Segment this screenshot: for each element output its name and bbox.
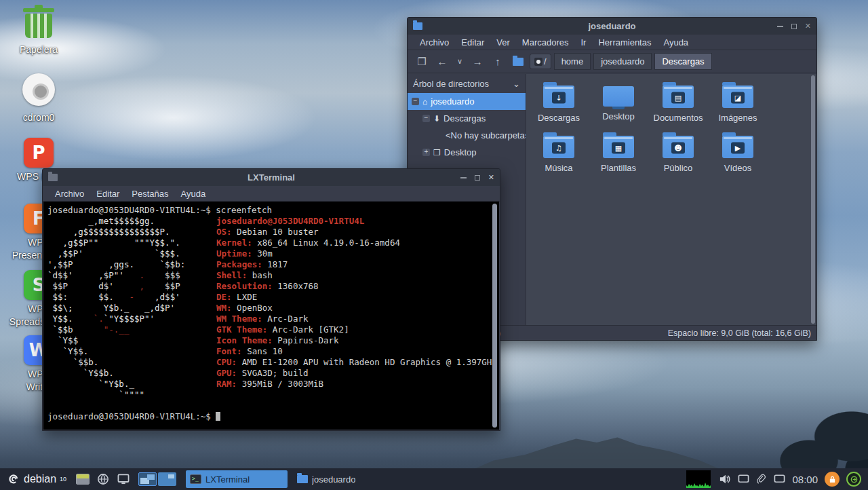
- breadcrumb-Descargas[interactable]: Descargas: [654, 53, 711, 70]
- maximize-button[interactable]: [791, 24, 797, 29]
- tree-item-joseduardo[interactable]: −⌂joseduardo: [408, 93, 526, 110]
- collapse-icon[interactable]: −: [412, 98, 419, 105]
- root-path-button[interactable]: /: [530, 54, 551, 69]
- file-item-desktop[interactable]: Desktop: [589, 79, 648, 130]
- breadcrumb-home[interactable]: home: [554, 53, 591, 70]
- minimize-button[interactable]: [777, 26, 783, 27]
- terminal-menu-pestañas[interactable]: Pestañas: [126, 187, 174, 200]
- forward-button[interactable]: →: [469, 53, 486, 71]
- person-emblem: ☻: [671, 143, 685, 154]
- web-browser-launcher[interactable]: [95, 471, 111, 487]
- download-emblem: ↓: [552, 92, 566, 104]
- system-tray: 08:00: [715, 472, 865, 487]
- terminal-menu-ayuda[interactable]: Ayuda: [176, 187, 212, 200]
- tree-item-label: joseduardo: [431, 96, 474, 107]
- file-item-label: Descargas: [538, 113, 580, 123]
- fm-titlebar[interactable]: joseduardo ✕: [408, 18, 816, 35]
- volume-icon[interactable]: [719, 474, 731, 485]
- fm-menu-ayuda[interactable]: Ayuda: [658, 36, 694, 49]
- folder-icon: ▦: [603, 136, 634, 158]
- folder-icon: ◪: [722, 86, 753, 108]
- tree-item-Nohaysubcarpetas[interactable]: <No hay subcarpetas>: [408, 127, 526, 144]
- terminal-menu-archivo[interactable]: Archivo: [50, 187, 90, 200]
- history-chevron-button[interactable]: ∨: [454, 53, 466, 71]
- folder-icon: ☻: [663, 136, 694, 158]
- fm-menu-marcadores[interactable]: Marcadores: [517, 36, 574, 49]
- desktop-screen: Papeleracdrom0PWPS PDFFWPSPresentationSW…: [0, 0, 868, 490]
- clipboard-paperclip-icon[interactable]: [756, 474, 767, 485]
- tree-item-Desktop[interactable]: +❒Desktop: [408, 144, 526, 161]
- logout-button[interactable]: [846, 472, 861, 487]
- tree-item-Descargas[interactable]: −⬇Descargas: [408, 110, 526, 127]
- minimize-button[interactable]: [460, 177, 467, 178]
- workspace-1[interactable]: [138, 472, 157, 486]
- sidebar-mode-select[interactable]: Árbol de directorios: [413, 79, 489, 89]
- desktop-icon-label: Papelera: [1, 43, 76, 56]
- terminal-titlebar[interactable]: LXTerminal ✕: [43, 169, 500, 186]
- expand-icon[interactable]: +: [422, 149, 430, 156]
- up-button[interactable]: ↑: [489, 53, 507, 71]
- file-manager-launcher[interactable]: [75, 471, 91, 487]
- tree-item-label: Desktop: [444, 147, 477, 157]
- file-item-label: Público: [664, 163, 693, 173]
- terminal-icon: >_: [190, 474, 201, 484]
- terminal-output[interactable]: joseduardo@J053DU4RD0-V1RTU4L:~$ screenf…: [43, 202, 499, 430]
- fm-menu-ver[interactable]: Ver: [491, 36, 515, 49]
- desktop-icon-papelera[interactable]: Papelera: [1, 5, 76, 56]
- close-button[interactable]: ✕: [488, 174, 494, 181]
- template-emblem: ▦: [612, 143, 625, 154]
- file-item-música[interactable]: ♫Música: [529, 130, 589, 180]
- taskbar-task-lxterminal[interactable]: >_LXTerminal: [186, 470, 288, 488]
- clock[interactable]: 08:00: [792, 474, 818, 485]
- cpu-monitor[interactable]: [686, 470, 711, 488]
- file-item-label: Plantillas: [601, 163, 636, 173]
- menu-label: debian: [24, 473, 56, 485]
- fm-menubar: ArchivoEditarVerMarcadoresIrHerramientas…: [408, 35, 816, 50]
- chevron-down-icon[interactable]: ⌄: [513, 79, 520, 89]
- desktop-icon-cdrom0[interactable]: cdrom0: [1, 73, 76, 124]
- terminal-scrollbar-thumb[interactable]: [492, 204, 497, 428]
- fm-menu-editar[interactable]: Editar: [456, 36, 490, 49]
- terminal-cursor: [216, 412, 220, 421]
- video-emblem: ▶: [731, 143, 745, 154]
- file-item-público[interactable]: ☻Público: [648, 130, 708, 180]
- file-item-vídeos[interactable]: ▶Vídeos: [708, 130, 768, 180]
- collapse-icon[interactable]: −: [422, 115, 430, 122]
- terminal-window-title: LXTerminal: [43, 172, 500, 183]
- file-item-descargas[interactable]: ↓Descargas: [529, 79, 589, 130]
- show-desktop-button[interactable]: [115, 471, 132, 487]
- file-item-documentos[interactable]: ▤Documentos: [648, 79, 708, 130]
- maximize-button[interactable]: [475, 175, 480, 181]
- display-settings-icon[interactable]: [738, 474, 749, 485]
- folder-icon: ▶: [722, 136, 753, 158]
- file-item-imágenes[interactable]: ◪Imágenes: [708, 79, 768, 130]
- folder-window-icon: [413, 22, 422, 30]
- globe-icon: [97, 473, 109, 485]
- fm-menu-archivo[interactable]: Archivo: [414, 36, 454, 49]
- wps-pdf-icon: P: [24, 138, 54, 168]
- cdrom0-icon: [22, 73, 55, 106]
- breadcrumb-joseduardo[interactable]: joseduardo: [593, 53, 652, 70]
- fm-menu-ir[interactable]: Ir: [575, 36, 591, 49]
- close-button[interactable]: ✕: [805, 22, 811, 30]
- back-button[interactable]: ←: [433, 53, 451, 71]
- fm-file-view: ↓DescargasDesktop▤Documentos◪Imágenes♫Mú…: [526, 74, 816, 325]
- workspace-pager[interactable]: [138, 472, 176, 486]
- fm-scrollbar-thumb[interactable]: [811, 75, 815, 324]
- papelera-icon: [25, 5, 52, 38]
- document-emblem: ▤: [671, 92, 685, 104]
- screen-lock-settings-icon[interactable]: [774, 474, 785, 485]
- new-window-button[interactable]: ❐: [413, 53, 431, 71]
- taskbar-task-joseduardo[interactable]: joseduardo: [293, 470, 395, 488]
- home-folder-button[interactable]: [509, 53, 527, 71]
- file-item-plantillas[interactable]: ▦Plantillas: [589, 130, 648, 180]
- file-item-label: Vídeos: [724, 163, 751, 173]
- lock-screen-button[interactable]: [825, 472, 840, 487]
- workspace-2[interactable]: [158, 472, 176, 486]
- fm-scrollbar: [810, 74, 816, 325]
- desktop-icon-label: cdrom0: [1, 111, 76, 124]
- file-item-label: Imágenes: [718, 113, 757, 123]
- applications-menu-button[interactable]: debian10: [3, 471, 71, 487]
- terminal-menu-editar[interactable]: Editar: [91, 187, 125, 200]
- fm-menu-herramientas[interactable]: Herramientas: [593, 36, 656, 49]
